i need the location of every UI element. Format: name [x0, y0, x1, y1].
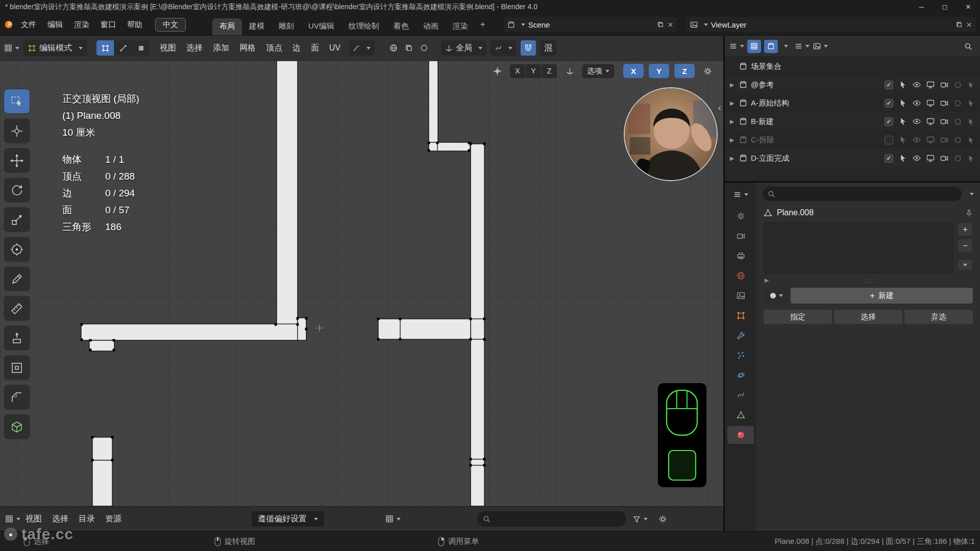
menu-file[interactable]: 文件 [15, 14, 42, 35]
tool-extrude-region[interactable] [4, 326, 30, 350]
scene-selector[interactable]: Scene [504, 17, 677, 32]
outliner-row-collection[interactable]: ▶D-立面完成✓ [725, 149, 980, 167]
collection-exclude-checkbox[interactable]: ✓ [885, 154, 893, 163]
outliner-row-collection[interactable]: ▶A-原始结构✓ [725, 94, 980, 112]
cursorarrow-icon[interactable] [967, 81, 975, 89]
filter-image-dropdown[interactable] [813, 39, 828, 54]
editor-type-button[interactable] [4, 40, 19, 56]
asset-settings-gear-icon[interactable] [655, 511, 670, 527]
properties-search-input[interactable] [763, 187, 962, 201]
tab-rendering[interactable]: 渲染 [446, 18, 475, 35]
tab-tool[interactable] [727, 207, 754, 225]
add-slot-button[interactable]: + [958, 222, 973, 236]
tab-shading[interactable]: 着色 [386, 18, 416, 35]
tab-modeling[interactable]: 建模 [242, 18, 272, 35]
viewport-menu-select[interactable]: 选择 [181, 43, 208, 54]
browse-material-dropdown[interactable] [764, 288, 788, 304]
circle-icon[interactable] [954, 136, 962, 144]
cursorarrow-icon[interactable] [899, 154, 907, 162]
deselect-button[interactable]: 弃选 [904, 310, 973, 324]
tab-material[interactable] [727, 426, 754, 444]
snap-target-dropdown[interactable] [491, 40, 517, 56]
slot-specials-dropdown[interactable] [958, 259, 973, 270]
viewport-menu-uv[interactable]: UV [324, 43, 346, 53]
circle-icon[interactable] [954, 118, 962, 126]
display-size-dropdown[interactable] [385, 511, 401, 527]
shading-mode-icon[interactable] [416, 40, 432, 56]
cursorarrow-icon[interactable] [899, 81, 907, 89]
viewport-menu-edge[interactable]: 边 [287, 43, 306, 54]
filter-dropdown[interactable] [632, 511, 648, 527]
axis-x-toggle[interactable]: X [623, 64, 644, 78]
collection-exclude-checkbox[interactable]: ✓ [885, 99, 893, 108]
eye-icon[interactable] [913, 99, 921, 107]
asset-menu-select[interactable]: 选择 [47, 514, 74, 524]
tool-add-cube[interactable] [4, 415, 30, 439]
asset-menu-catalog[interactable]: 目录 [74, 514, 100, 524]
unlink-scene-icon[interactable] [667, 21, 674, 28]
tab-modifiers[interactable] [727, 327, 754, 344]
camera-icon[interactable] [940, 154, 948, 162]
tab-output[interactable] [727, 247, 754, 265]
chevron-down-icon[interactable] [970, 193, 974, 195]
tab-constraints[interactable] [727, 386, 754, 404]
outliner-row-scene-collection[interactable]: 场景集合 [725, 57, 980, 76]
monitor-icon[interactable] [926, 117, 935, 126]
eye-icon[interactable] [913, 136, 921, 144]
tab-sculpt[interactable]: 雕刻 [272, 18, 301, 35]
monitor-icon[interactable] [926, 81, 935, 89]
viewport-menu-mesh[interactable]: 网格 [234, 43, 261, 54]
outliner-row-collection[interactable]: ▶B-新建✓ [725, 112, 980, 131]
overlay-toggle-icon[interactable] [386, 40, 401, 56]
blender-logo-icon[interactable] [4, 20, 13, 29]
new-material-button[interactable]: +新建 [791, 288, 973, 304]
outliner-search-icon[interactable] [961, 39, 976, 54]
viewport-menu-add[interactable]: 添加 [208, 43, 234, 54]
display-mode-dropdown[interactable] [794, 39, 810, 54]
menu-window[interactable]: 窗口 [95, 14, 121, 35]
mirror-z-button[interactable]: Z [542, 64, 557, 78]
collection-exclude-checkbox[interactable]: ✓ [885, 81, 893, 89]
monitor-icon[interactable] [926, 99, 935, 107]
material-slot-list[interactable] [764, 222, 953, 273]
cursorarrow-icon[interactable] [967, 136, 975, 144]
viewport-menu-face[interactable]: 面 [306, 43, 324, 54]
camera-icon[interactable] [940, 81, 948, 89]
outliner-filter-collections-toggle[interactable] [747, 40, 761, 53]
asset-menu-asset[interactable]: 资源 [100, 514, 127, 524]
maximize-button[interactable]: ◻ [933, 0, 957, 14]
editor-type-button[interactable] [729, 39, 744, 54]
pivot-icon[interactable] [562, 63, 577, 79]
edge-select-mode-button[interactable] [114, 40, 132, 56]
resize-grip[interactable]: :::: [769, 277, 972, 284]
monitor-icon[interactable] [926, 154, 935, 162]
eye-icon[interactable] [913, 117, 921, 126]
tab-render[interactable] [727, 227, 754, 245]
cursorarrow-icon[interactable] [899, 117, 907, 126]
tool-settings-gear-icon[interactable] [700, 63, 715, 79]
tab-world[interactable] [727, 267, 754, 285]
viewport-menu-view[interactable]: 视图 [155, 43, 181, 54]
tool-annotate[interactable] [4, 267, 30, 291]
tab-texture-paint[interactable]: 纹理绘制 [341, 18, 386, 35]
viewlayer-selector[interactable]: ViewLayer [687, 17, 976, 32]
tool-options-dropdown[interactable]: 选项 [582, 64, 614, 78]
collection-exclude-checkbox[interactable]: ✓ [885, 117, 893, 126]
collection-exclude-checkbox[interactable] [885, 136, 893, 144]
cursorarrow-icon[interactable] [967, 118, 975, 126]
cursorarrow-icon[interactable] [899, 136, 907, 144]
sidebar-collapse-arrow[interactable]: ‹ [718, 103, 721, 113]
tab-animation[interactable]: 动画 [416, 18, 446, 35]
tool-bevel[interactable] [4, 385, 30, 409]
eye-icon[interactable] [913, 154, 921, 162]
axis-y-toggle[interactable]: Y [649, 64, 669, 78]
face-select-mode-button[interactable] [132, 40, 150, 56]
add-workspace-button[interactable]: + [475, 19, 491, 30]
tab-object[interactable] [727, 307, 754, 324]
tool-measure[interactable] [4, 296, 30, 320]
transform-orientation-dropdown[interactable]: 全局 [441, 40, 486, 56]
tab-layout[interactable]: 布局 [212, 18, 242, 35]
viewport-canvas[interactable]: X Y Z 选项 X Y Z 正交顶视图 (局部) (1) Plane.008 … [0, 61, 723, 506]
menu-help[interactable]: 帮助 [121, 14, 148, 35]
assign-button[interactable]: 指定 [764, 310, 832, 324]
